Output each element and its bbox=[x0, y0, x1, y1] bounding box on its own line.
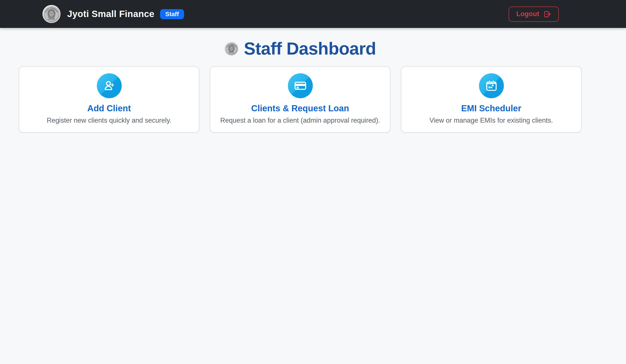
card-description: Register new clients quickly and securel… bbox=[24, 117, 194, 125]
emi-scheduler-card[interactable]: EMI Scheduler View or manage EMIs for ex… bbox=[401, 66, 582, 133]
add-client-card[interactable]: Add Client Register new clients quickly … bbox=[19, 66, 199, 133]
box-arrow-right-icon bbox=[543, 10, 551, 18]
logout-button[interactable]: Logout bbox=[509, 6, 559, 22]
dashboard-cards: Add Client Register new clients quickly … bbox=[19, 66, 582, 133]
clients-request-loan-card[interactable]: Clients & Request Loan Request a loan fo… bbox=[210, 66, 391, 133]
card-title: Add Client bbox=[24, 103, 194, 114]
navbar: Jyoti Small Finance Staff Logout bbox=[0, 0, 626, 28]
person-plus-icon bbox=[97, 73, 121, 98]
logout-label: Logout bbox=[516, 10, 539, 18]
card-title: Clients & Request Loan bbox=[216, 103, 385, 114]
page-heading: Staff Dashboard bbox=[19, 38, 582, 59]
card-title: EMI Scheduler bbox=[407, 103, 576, 114]
role-badge: Staff bbox=[160, 9, 184, 19]
page-title: Staff Dashboard bbox=[244, 39, 376, 58]
brand-medallion-logo bbox=[42, 5, 61, 23]
heading-medallion-logo bbox=[224, 41, 239, 56]
card-description: Request a loan for a client (admin appro… bbox=[216, 117, 385, 125]
calendar-icon bbox=[479, 73, 504, 98]
main-content: Staff Dashboard Add Client Register new … bbox=[19, 38, 582, 133]
brand-title: Jyoti Small Finance bbox=[67, 9, 155, 19]
card-description: View or manage EMIs for existing clients… bbox=[407, 117, 576, 125]
credit-card-icon bbox=[288, 73, 313, 98]
app-root: Jyoti Small Finance Staff Logout Staff D… bbox=[0, 0, 626, 364]
